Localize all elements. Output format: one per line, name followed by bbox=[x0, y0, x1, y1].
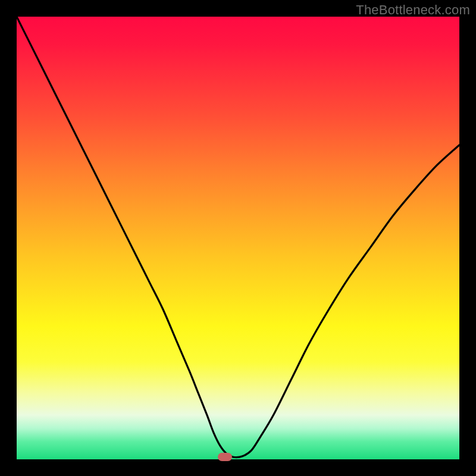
plot-area bbox=[17, 17, 459, 459]
min-marker bbox=[218, 453, 232, 461]
bottleneck-curve bbox=[17, 17, 459, 458]
watermark-text: TheBottleneck.com bbox=[356, 2, 470, 18]
chart-frame: TheBottleneck.com bbox=[0, 0, 476, 476]
curve-svg bbox=[17, 17, 459, 459]
